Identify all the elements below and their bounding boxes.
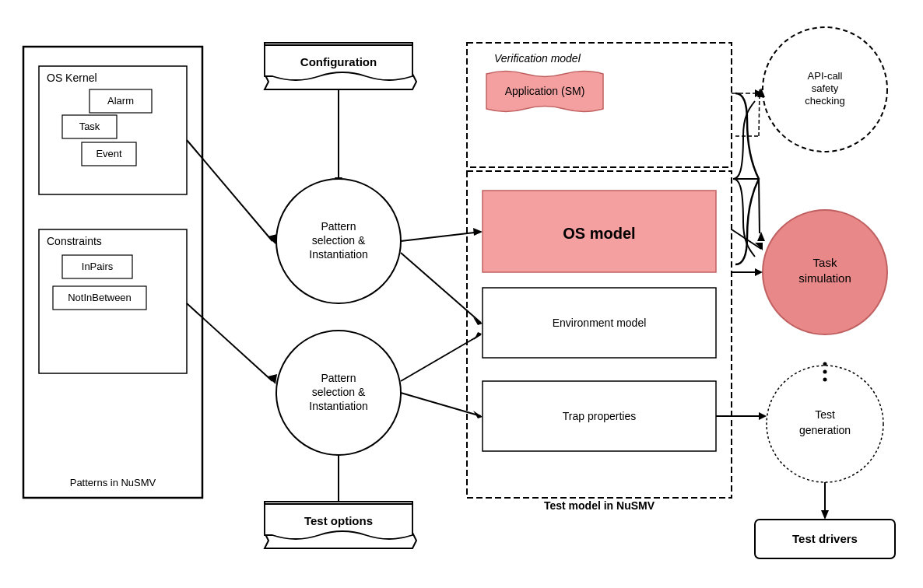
task-label: Task [79, 121, 100, 132]
api-call-line3: checking [805, 95, 844, 107]
svg-line-25 [401, 253, 481, 323]
svg-marker-48 [759, 412, 767, 420]
patterns-label: Patterns in NuSMV [70, 477, 156, 488]
application-sm-label: Application (SM) [505, 85, 585, 97]
svg-point-53 [823, 378, 827, 382]
notinbetween-label: NotInBetween [68, 292, 132, 303]
pattern-selection2-line3: Instantiation [309, 400, 368, 412]
os-model-label: OS model [563, 225, 635, 242]
verification-model-label: Verification model [494, 52, 581, 65]
svg-line-40 [759, 179, 760, 233]
svg-marker-50 [821, 510, 829, 520]
diagram-container: OS Kernel Alarm Task Event Constraints I… [0, 0, 923, 588]
test-model-label: Test model in NuSMV [544, 499, 655, 512]
api-call-line1: API-call [808, 70, 843, 82]
alarm-label: Alarm [107, 95, 134, 107]
svg-point-52 [823, 370, 827, 374]
config-text: Configuration [300, 55, 377, 68]
svg-line-23 [401, 232, 481, 241]
svg-line-29 [401, 334, 481, 381]
svg-marker-55 [755, 268, 763, 276]
environment-model-label: Environment model [553, 317, 647, 329]
pattern-selection1-line1: Pattern [321, 220, 356, 233]
svg-marker-30 [474, 332, 482, 340]
pattern-selection1-line2: selection & [312, 234, 366, 247]
svg-marker-15 [268, 234, 277, 244]
test-drivers-label: Test drivers [792, 532, 858, 545]
constraints-label: Constraints [47, 235, 102, 247]
svg-marker-41 [757, 232, 765, 241]
svg-point-51 [823, 362, 827, 366]
test-generation-line1: Test [815, 408, 835, 421]
svg-line-27 [401, 393, 481, 416]
api-call-line2: safety [812, 82, 839, 94]
test-options-text2: Test options [304, 514, 373, 527]
svg-marker-26 [473, 317, 483, 325]
svg-marker-46 [755, 243, 763, 250]
event-label: Event [96, 148, 122, 159]
inpairs-label: InPairs [82, 261, 114, 272]
os-kernel-label: OS Kernel [47, 72, 97, 84]
task-simulation-line2: simulation [798, 271, 851, 285]
pattern-selection1-line3: Instantiation [309, 248, 368, 261]
task-simulation-line1: Task [813, 256, 837, 269]
test-generation-line2: generation [799, 424, 851, 436]
trap-properties-label: Trap properties [563, 410, 636, 422]
pattern-selection2-line2: selection & [312, 386, 366, 398]
svg-marker-24 [473, 228, 483, 236]
pattern-selection2-line1: Pattern [321, 372, 356, 384]
